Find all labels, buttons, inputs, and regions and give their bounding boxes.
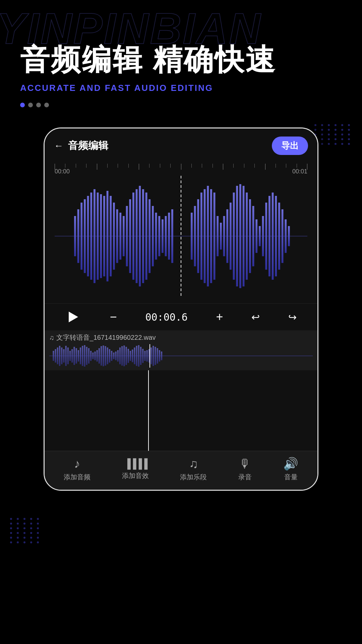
svg-rect-11 [107, 191, 109, 281]
svg-rect-43 [226, 209, 228, 263]
svg-rect-48 [243, 186, 245, 286]
svg-rect-70 [65, 346, 67, 366]
svg-rect-111 [150, 347, 152, 364]
toolbar-record[interactable]: 🎙 录音 [238, 458, 252, 482]
svg-rect-58 [275, 196, 277, 276]
svg-rect-10 [103, 196, 105, 276]
undo-button[interactable]: ↩ [251, 311, 260, 323]
time-display: 00:00.6 [145, 311, 187, 323]
svg-rect-39 [214, 193, 216, 280]
header-left: ← 音频编辑 [54, 139, 108, 153]
page-dot-3[interactable] [36, 103, 41, 107]
svg-rect-72 [69, 351, 71, 361]
phone-screen: ← 音频编辑 导出 00:00 00:01 [44, 127, 318, 491]
svg-rect-67 [59, 346, 60, 366]
toolbar-volume[interactable]: 🔊 音量 [283, 458, 298, 482]
svg-rect-77 [80, 347, 81, 364]
svg-rect-13 [113, 203, 115, 270]
record-icon: 🎙 [239, 458, 251, 470]
svg-rect-12 [110, 196, 112, 276]
svg-rect-16 [123, 216, 125, 256]
svg-rect-53 [259, 226, 261, 246]
svg-rect-30 [168, 213, 170, 260]
svg-rect-23 [145, 193, 147, 280]
svg-rect-113 [155, 347, 156, 365]
toolbar-add-segment[interactable]: ♫ 添加乐段 [180, 458, 207, 482]
svg-rect-88 [103, 345, 104, 366]
svg-rect-96 [119, 347, 121, 364]
phone-toolbar: ♪ 添加音频 ▐▐▐▐ 添加音效 ♫ 添加乐段 🎙 录音 🔊 音量 [45, 451, 317, 490]
svg-rect-37 [207, 186, 209, 286]
toolbar-add-audio[interactable]: ♪ 添加音频 [64, 458, 90, 482]
track-filename: ♫ 文字转语音_1671419960222.wav [49, 333, 156, 342]
record-label: 录音 [238, 473, 252, 482]
page-dot-2[interactable] [28, 103, 33, 107]
timeline-end: 00:01 [292, 168, 307, 175]
svg-rect-73 [71, 349, 73, 363]
svg-rect-93 [113, 353, 114, 359]
track-waveform [49, 344, 313, 368]
svg-rect-81 [88, 348, 89, 364]
export-button[interactable]: 导出 [272, 137, 308, 155]
svg-rect-85 [97, 350, 98, 362]
decorative-dots-bl [10, 518, 41, 543]
svg-rect-75 [76, 348, 77, 364]
svg-rect-6 [90, 193, 92, 280]
svg-rect-87 [101, 346, 102, 366]
main-waveform[interactable] [55, 176, 307, 297]
svg-rect-95 [117, 350, 119, 362]
svg-rect-89 [105, 346, 106, 366]
svg-rect-108 [144, 351, 145, 361]
svg-rect-35 [200, 193, 202, 280]
svg-rect-104 [136, 346, 137, 366]
svg-rect-83 [92, 353, 94, 359]
svg-rect-31 [171, 209, 173, 263]
svg-rect-99 [126, 347, 127, 365]
add-audio-label: 添加音频 [64, 473, 90, 482]
svg-rect-4 [84, 199, 86, 273]
svg-rect-56 [268, 196, 270, 276]
svg-rect-79 [84, 345, 85, 367]
back-button[interactable]: ← [54, 141, 63, 151]
svg-rect-109 [146, 350, 148, 362]
svg-rect-98 [123, 345, 125, 366]
volume-label: 音量 [284, 473, 298, 482]
svg-rect-68 [61, 347, 62, 364]
svg-rect-51 [252, 206, 254, 266]
svg-rect-50 [249, 199, 251, 273]
svg-rect-44 [230, 203, 232, 270]
phone-header: ← 音频编辑 导出 [45, 128, 317, 160]
svg-rect-26 [155, 213, 157, 260]
toolbar-add-effect[interactable]: ▐▐▐▐ 添加音效 [122, 459, 149, 480]
zoom-in-button[interactable]: + [216, 311, 223, 323]
svg-rect-74 [73, 347, 75, 365]
svg-rect-32 [191, 213, 193, 260]
svg-rect-34 [197, 199, 199, 273]
svg-rect-105 [138, 345, 139, 367]
page-dot-1[interactable] [20, 103, 25, 107]
svg-rect-52 [255, 219, 257, 253]
audio-track[interactable]: ♫ 文字转语音_1671419960222.wav [45, 330, 317, 370]
svg-rect-38 [210, 189, 212, 283]
svg-rect-7 [94, 189, 96, 283]
waveform-area: 00:00 00:01 [45, 160, 317, 303]
hero-title: 音频编辑 精确快速 [20, 44, 342, 76]
svg-rect-42 [223, 216, 225, 256]
play-button[interactable] [65, 309, 81, 325]
svg-rect-106 [140, 347, 141, 365]
svg-rect-107 [142, 349, 143, 363]
add-segment-label: 添加乐段 [180, 473, 207, 482]
play-icon [69, 312, 78, 322]
svg-rect-28 [162, 219, 164, 253]
zoom-out-button[interactable]: − [110, 311, 117, 323]
timeline-start: 00:00 [55, 168, 70, 175]
add-effect-label: 添加音效 [122, 471, 149, 480]
svg-rect-84 [94, 352, 96, 360]
track-label: ♫ 文字转语音_1671419960222.wav [49, 333, 313, 342]
playhead[interactable] [181, 176, 181, 297]
svg-rect-15 [119, 213, 121, 260]
svg-rect-65 [55, 349, 56, 363]
controls-bar: − 00:00.6 + ↩ ↪ [45, 303, 317, 330]
redo-button[interactable]: ↪ [288, 311, 297, 323]
page-dot-4[interactable] [44, 103, 49, 107]
